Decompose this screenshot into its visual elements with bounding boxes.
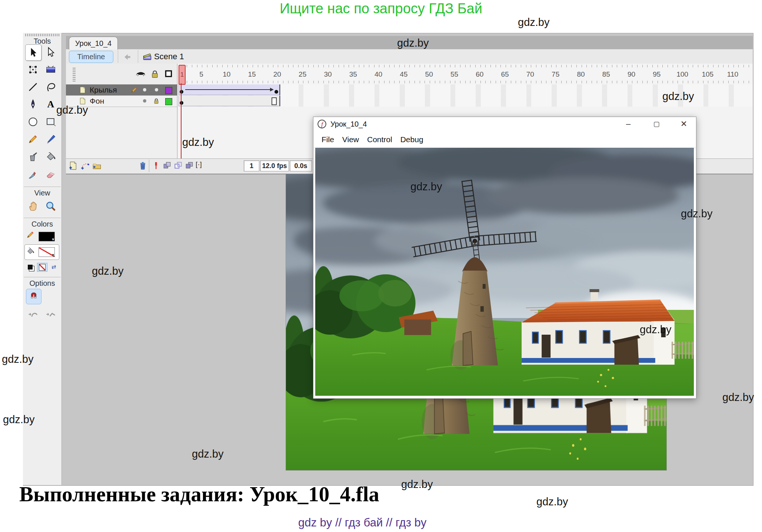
elapsed-time-field[interactable]: 0.0s xyxy=(290,160,312,171)
paint-bucket-small-icon xyxy=(26,247,35,257)
back-arrow-icon[interactable] xyxy=(122,52,132,63)
black-white-icon xyxy=(28,265,33,270)
tool-free-transform[interactable] xyxy=(25,62,41,77)
layer-row-Крылья[interactable]: Крылья xyxy=(66,84,177,96)
page: Tools AViewColors▾▾⇄Options Урок_10_4 Ti… xyxy=(0,0,762,532)
smooth-icon xyxy=(27,309,39,320)
zoom-icon xyxy=(45,201,56,212)
swap-colors-button[interactable]: ⇄ xyxy=(49,263,59,271)
tool-ink-bottle[interactable] xyxy=(25,149,41,164)
layer-visibility-dot[interactable] xyxy=(143,88,146,91)
tool-snap-to-objects[interactable] xyxy=(26,289,41,304)
player-menu-bar: FileViewControlDebug xyxy=(313,131,696,148)
black-white-button[interactable] xyxy=(25,263,35,271)
menu-debug[interactable]: Debug xyxy=(400,135,423,144)
ruler-number: 100 xyxy=(676,70,688,78)
pencil-edit-icon xyxy=(130,86,138,94)
stroke-color-tool[interactable] xyxy=(26,230,35,241)
onion-skin-button[interactable] xyxy=(162,161,172,170)
tool-line[interactable] xyxy=(25,79,41,95)
ruler-number: 75 xyxy=(550,70,561,78)
player-title-bar[interactable]: f Урок_10_4 xyxy=(313,117,696,131)
menu-control[interactable]: Control xyxy=(367,135,392,144)
delete-layer-button[interactable] xyxy=(138,161,148,171)
layer-lock-icon[interactable] xyxy=(153,97,160,105)
tool-subselection[interactable] xyxy=(43,44,59,60)
tween-arrow-head xyxy=(270,88,274,91)
layer-color-swatch[interactable] xyxy=(165,87,172,94)
tool-pencil[interactable] xyxy=(25,131,41,147)
gdz-watermark: gdz.by xyxy=(640,324,671,336)
keyframe-dot[interactable] xyxy=(180,101,183,105)
tool-hand[interactable] xyxy=(25,198,41,214)
tool-eraser[interactable] xyxy=(43,166,59,182)
ruler-number: 60 xyxy=(474,70,485,78)
layer-name[interactable]: Фон xyxy=(90,97,104,106)
scene-clapper-icon xyxy=(142,52,152,63)
straighten-icon xyxy=(45,309,56,320)
gdz-watermark: gdz.by xyxy=(3,414,34,426)
tool-gradient-transform[interactable] xyxy=(43,62,59,77)
timeline-grip[interactable] xyxy=(73,67,76,81)
rectangle-icon xyxy=(45,116,56,127)
ruler-number: 105 xyxy=(702,70,713,78)
tool-oval[interactable] xyxy=(25,114,41,130)
timeline-button[interactable]: Timeline xyxy=(69,51,113,63)
outline-layers-icon[interactable] xyxy=(164,69,173,80)
stroke-color-swatch[interactable]: ▾ xyxy=(39,232,55,241)
scene-name[interactable]: Scene 1 xyxy=(154,52,184,61)
motion-guide-icon xyxy=(80,161,90,171)
keyframe-dot[interactable] xyxy=(180,90,183,94)
onion-skin-outlines-button[interactable] xyxy=(173,161,183,170)
frame-rate-field[interactable]: 12.0 fps xyxy=(260,160,289,171)
page-icon xyxy=(79,86,87,94)
fill-color-swatch[interactable]: ▾ xyxy=(39,247,55,257)
edit-multiple-frames-button[interactable] xyxy=(184,161,194,170)
minimize-button[interactable]: – xyxy=(620,117,637,131)
layer-column-header xyxy=(66,64,177,85)
menu-file[interactable]: File xyxy=(322,135,334,144)
no-color-button[interactable] xyxy=(37,263,47,272)
layer-color-swatch[interactable] xyxy=(165,98,172,105)
tool-selection[interactable] xyxy=(25,44,41,61)
maximize-button[interactable]: ▢ xyxy=(648,117,665,131)
tool-smooth[interactable] xyxy=(25,307,41,322)
insert-layer-button[interactable] xyxy=(68,161,78,171)
ruler-number: 65 xyxy=(499,70,510,78)
toolbar-separator xyxy=(118,50,118,63)
layer-lock-dot[interactable] xyxy=(155,88,158,91)
tool-paint-bucket[interactable] xyxy=(43,149,59,164)
tool-lasso[interactable] xyxy=(43,79,59,95)
tool-rectangle[interactable] xyxy=(43,114,59,130)
playhead-line[interactable] xyxy=(181,83,182,158)
tool-brush[interactable] xyxy=(43,131,59,147)
playhead-frame-marker[interactable]: 1 xyxy=(179,65,186,85)
pen-icon xyxy=(27,99,39,110)
outline-square-icon xyxy=(164,69,173,78)
tool-zoom[interactable] xyxy=(43,198,59,214)
modify-onion-markers-button[interactable]: [·] xyxy=(196,160,202,168)
tool-straighten[interactable] xyxy=(43,307,59,322)
timeline-splitter[interactable] xyxy=(177,64,177,158)
tool-eyedropper[interactable] xyxy=(25,166,41,182)
add-motion-guide-button[interactable] xyxy=(80,161,90,171)
swap-colors-icon: ⇄ xyxy=(51,264,56,270)
pencil-icon xyxy=(26,230,35,239)
menu-view[interactable]: View xyxy=(342,135,359,144)
show-hide-layers-icon[interactable] xyxy=(136,69,146,81)
document-tab[interactable]: Урок_10_4 xyxy=(69,37,118,50)
insert-layer-folder-button[interactable] xyxy=(92,161,102,171)
gdz-watermark: gdz.by xyxy=(397,37,429,49)
layer-name[interactable]: Крылья xyxy=(90,86,117,94)
panel-grip[interactable] xyxy=(25,34,59,36)
close-button[interactable]: ✕ xyxy=(675,117,692,131)
current-frame-field[interactable]: 1 xyxy=(244,160,259,171)
lock-layers-icon[interactable] xyxy=(150,69,160,81)
span-end-rect[interactable] xyxy=(272,97,277,105)
tool-pen[interactable] xyxy=(25,97,41,112)
center-frame-button[interactable] xyxy=(151,161,161,170)
frame-span[interactable] xyxy=(179,96,280,106)
paint-bucket-icon xyxy=(26,247,35,255)
layer-visibility-dot[interactable] xyxy=(143,99,146,103)
flash-player-window[interactable]: f Урок_10_4 – ▢ ✕ FileViewControlDebug xyxy=(313,117,696,399)
